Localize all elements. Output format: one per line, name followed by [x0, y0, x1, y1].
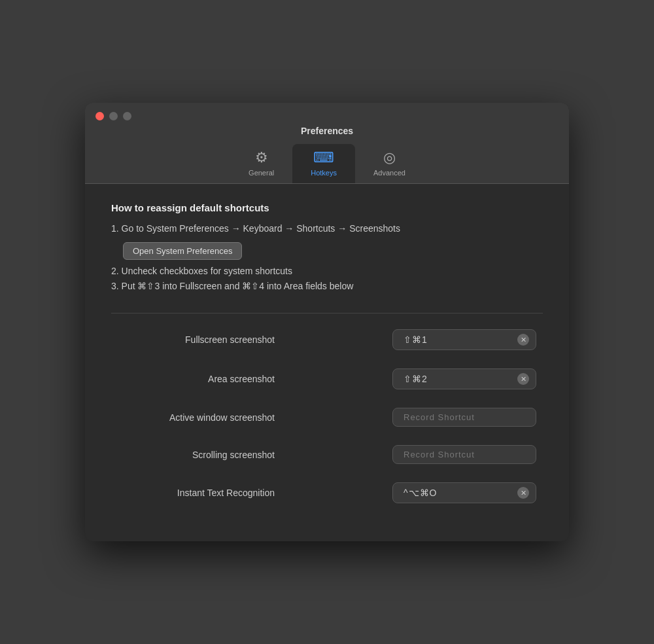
area-value: ⇧⌘2: [404, 374, 428, 384]
preferences-window: Preferences ⚙ General ⌨ Hotkeys ◎ Advanc…: [85, 103, 569, 541]
fullscreen-field[interactable]: ⇧⌘1 ✕: [392, 329, 536, 350]
area-field[interactable]: ⇧⌘2 ✕: [392, 368, 536, 389]
close-button[interactable]: [95, 112, 104, 120]
titlebar: Preferences ⚙ General ⌨ Hotkeys ◎ Advanc…: [85, 103, 569, 184]
divider: [111, 313, 543, 313]
window-title: Preferences: [301, 126, 353, 136]
minimize-button[interactable]: [109, 112, 118, 120]
maximize-button[interactable]: [123, 112, 131, 120]
scrolling-label: Scrolling screenshot: [118, 450, 275, 460]
fullscreen-clear-button[interactable]: ✕: [517, 334, 529, 346]
text-recognition-label: Instant Text Recognition: [118, 488, 275, 498]
instructions-step-2: 2. Uncheck checkboxes for system shortcu…: [111, 264, 543, 279]
instructions-section: How to reassign default shortcuts 1. Go …: [111, 202, 543, 295]
shortcut-row-scrolling: Scrolling screenshot Record Shortcut: [111, 445, 543, 464]
instructions-step-1: 1. Go to System Preferences → Keyboard →…: [111, 221, 543, 237]
area-clear-button[interactable]: ✕: [517, 373, 529, 385]
gear-icon: ⚙: [255, 149, 268, 166]
text-recognition-clear-button[interactable]: ✕: [517, 487, 529, 499]
tab-hotkeys-label: Hotkeys: [311, 169, 337, 177]
fullscreen-label: Fullscreen screenshot: [118, 334, 275, 345]
keyboard-icon: ⌨: [313, 149, 334, 166]
open-system-preferences-button[interactable]: Open System Preferences: [123, 242, 242, 260]
tab-advanced-label: Advanced: [373, 169, 405, 177]
shortcut-row-active-window: Active window screenshot Record Shortcut: [111, 408, 543, 427]
shortcut-row-fullscreen: Fullscreen screenshot ⇧⌘1 ✕: [111, 329, 543, 350]
scrolling-field[interactable]: Record Shortcut: [392, 445, 536, 464]
fullscreen-value: ⇧⌘1: [404, 334, 428, 345]
shortcut-row-area: Area screenshot ⇧⌘2 ✕: [111, 368, 543, 389]
text-recognition-field[interactable]: ^⌥⌘O ✕: [392, 482, 536, 503]
active-window-value: Record Shortcut: [404, 412, 475, 422]
window-controls: [95, 112, 131, 120]
tab-bar: ⚙ General ⌨ Hotkeys ◎ Advanced: [230, 144, 424, 183]
scrolling-value: Record Shortcut: [404, 450, 475, 459]
tab-advanced[interactable]: ◎ Advanced: [355, 144, 424, 183]
spiral-icon: ◎: [383, 149, 396, 166]
tab-general[interactable]: ⚙ General: [230, 144, 292, 183]
tab-hotkeys[interactable]: ⌨ Hotkeys: [292, 144, 355, 183]
text-recognition-value: ^⌥⌘O: [404, 488, 437, 498]
instructions-step-3: 3. Put ⌘⇧3 into Fullscreen and ⌘⇧4 into …: [111, 279, 543, 295]
content-area: How to reassign default shortcuts 1. Go …: [85, 184, 569, 541]
shortcut-row-text-recognition: Instant Text Recognition ^⌥⌘O ✕: [111, 482, 543, 503]
instructions-title: How to reassign default shortcuts: [111, 202, 543, 213]
tab-general-label: General: [249, 169, 274, 177]
area-label: Area screenshot: [118, 374, 275, 384]
active-window-label: Active window screenshot: [118, 412, 275, 423]
active-window-field[interactable]: Record Shortcut: [392, 408, 536, 427]
